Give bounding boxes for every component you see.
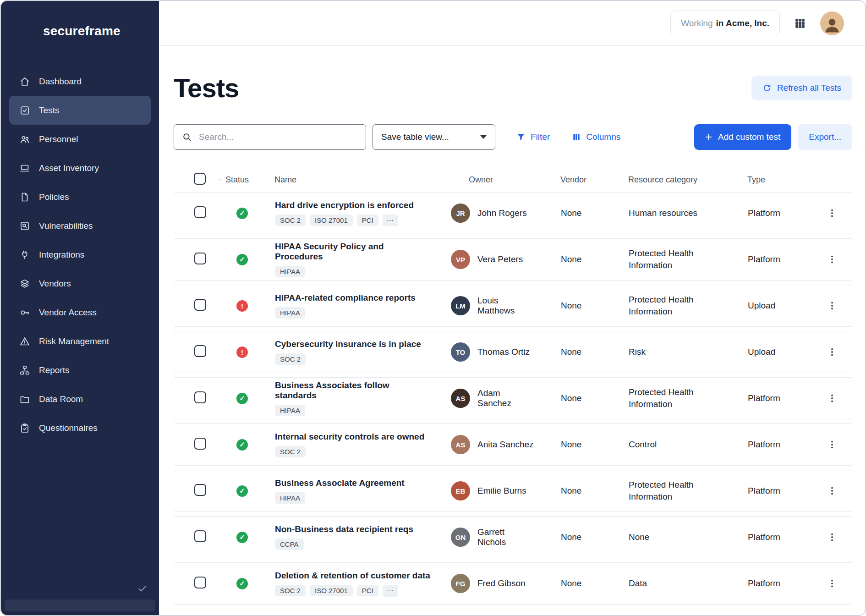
- vendor-cell: None: [535, 347, 604, 357]
- row-menu-button[interactable]: [809, 424, 855, 465]
- row-menu-button[interactable]: [809, 331, 855, 373]
- search-input[interactable]: [174, 124, 366, 150]
- save-table-view-label: Save table view...: [381, 132, 449, 142]
- sort-icon[interactable]: [219, 175, 221, 184]
- test-name[interactable]: HIPAA-related compliance reports: [275, 293, 433, 303]
- sidebar-item-dashboard[interactable]: Dashboard: [9, 67, 151, 96]
- owner-avatar: GN: [451, 528, 470, 547]
- resource-category-cell: Protected Health Information: [604, 294, 724, 317]
- status-icon: [236, 254, 248, 265]
- sidebar-item-integrations[interactable]: Integrations: [9, 240, 151, 269]
- test-name[interactable]: Cybersecurity insurance is in place: [275, 339, 433, 349]
- status-icon: [236, 439, 248, 451]
- vendor-cell: None: [535, 393, 604, 403]
- title-row: Tests Refresh all Tests: [174, 72, 852, 103]
- row-checkbox[interactable]: [194, 206, 206, 218]
- test-name[interactable]: Hard drive encryption is enforced: [275, 200, 433, 210]
- plug-icon: [19, 249, 30, 260]
- resource-category-cell: Data: [604, 578, 724, 589]
- framework-badge: PCI: [357, 214, 378, 226]
- sidebar-item-vulnerabilities[interactable]: Vulnerabilities: [9, 211, 151, 240]
- test-name[interactable]: Internal security controls are owned: [275, 432, 433, 442]
- sidebar-item-reports[interactable]: Reports: [9, 356, 151, 385]
- user-avatar[interactable]: [820, 11, 844, 35]
- resource-category-cell: None: [604, 531, 724, 543]
- row-menu-button[interactable]: [809, 192, 855, 234]
- test-name[interactable]: HIPAA Security Policy and Procedures: [275, 242, 433, 262]
- row-menu-button[interactable]: [809, 378, 855, 419]
- owner-name: Adam Sanchez: [477, 388, 535, 408]
- sidebar-item-label: Questionnaires: [39, 423, 98, 433]
- table-row: Cybersecurity insurance is in place SOC …: [174, 331, 852, 373]
- refresh-all-tests-button[interactable]: Refresh all Tests: [751, 76, 852, 100]
- sidebar-item-risk-management[interactable]: Risk Management: [9, 327, 151, 356]
- header-vendor: Vendor: [535, 175, 603, 185]
- row-checkbox[interactable]: [194, 484, 206, 496]
- framework-badge: HIPAA: [275, 492, 305, 504]
- vendor-cell: None: [535, 208, 604, 218]
- sidebar-item-data-room[interactable]: Data Room: [9, 385, 151, 413]
- row-checkbox[interactable]: [194, 391, 206, 403]
- more-badges-icon[interactable]: ⋯: [383, 214, 398, 226]
- sidebar-item-tests[interactable]: Tests: [9, 96, 151, 125]
- test-name[interactable]: Business Associates follow standards: [275, 380, 433, 401]
- row-menu-button[interactable]: [809, 285, 855, 326]
- row-checkbox[interactable]: [194, 577, 206, 588]
- owner-name: Garrett Nichols: [477, 527, 535, 547]
- row-checkbox[interactable]: [194, 345, 206, 357]
- kebab-menu-icon: [827, 301, 837, 311]
- sidebar-item-label: Personnel: [39, 134, 78, 144]
- columns-icon: [572, 132, 581, 142]
- owner-avatar: TO: [451, 342, 470, 362]
- org-switcher[interactable]: Working in Acme, Inc.: [670, 11, 780, 36]
- resource-category-cell: Control: [604, 439, 724, 451]
- framework-badges: SOC 2ISO 27001PCI ⋯: [275, 214, 433, 226]
- resource-category-cell: Protected Health Information: [604, 386, 724, 410]
- filter-button[interactable]: Filter: [516, 132, 550, 142]
- row-menu-button[interactable]: [809, 517, 855, 558]
- row-menu-button[interactable]: [809, 563, 855, 604]
- row-checkbox[interactable]: [194, 438, 206, 450]
- check-square-icon: [19, 105, 30, 116]
- row-checkbox[interactable]: [194, 530, 206, 542]
- sidebar-item-asset-inventory[interactable]: Asset Inventory: [9, 154, 151, 182]
- export-button[interactable]: Export...: [798, 124, 852, 150]
- owner-initials: EB: [456, 487, 466, 495]
- sidebar-item-label: Tests: [39, 105, 59, 116]
- type-cell: Upload: [724, 347, 809, 357]
- save-table-view-select[interactable]: Save table view...: [373, 124, 495, 150]
- sidebar-item-vendors[interactable]: Vendors: [9, 269, 151, 298]
- test-name[interactable]: Business Associate Agreement: [275, 478, 433, 488]
- owner-avatar: VP: [451, 250, 470, 269]
- folder-icon: [19, 394, 30, 405]
- sidebar-item-label: Asset Inventory: [39, 163, 99, 173]
- columns-button[interactable]: Columns: [572, 132, 620, 142]
- row-menu-button[interactable]: [809, 239, 855, 280]
- apps-grid-icon[interactable]: [794, 17, 806, 30]
- select-all-checkbox[interactable]: [194, 173, 206, 185]
- more-badges-icon[interactable]: ⋯: [383, 585, 398, 597]
- test-name[interactable]: Deletion & retention of customer data: [275, 571, 433, 581]
- owner-avatar: AS: [451, 389, 470, 408]
- add-custom-test-button[interactable]: + Add custom test: [694, 124, 791, 150]
- row-checkbox[interactable]: [194, 253, 206, 264]
- row-checkbox[interactable]: [194, 299, 206, 311]
- sidebar-item-vendor-access[interactable]: Vendor Access: [9, 298, 151, 327]
- vendor-cell: None: [535, 440, 604, 450]
- framework-badge: ISO 27001: [310, 214, 353, 226]
- brand-logo: secureframe: [1, 1, 159, 40]
- owner-initials: AS: [456, 395, 466, 402]
- sidebar-item-policies[interactable]: Policies: [9, 182, 151, 211]
- check-icon[interactable]: [137, 583, 148, 594]
- sidebar-item-personnel[interactable]: Personnel: [9, 125, 151, 154]
- framework-badge: PCI: [357, 585, 378, 596]
- row-menu-button[interactable]: [809, 470, 855, 512]
- test-name[interactable]: Non-Business data recipient reqs: [275, 524, 433, 534]
- owner-initials: FG: [456, 580, 466, 588]
- status-icon: [236, 300, 248, 312]
- header-resource-category: Resource category: [603, 175, 723, 185]
- kebab-menu-icon: [827, 393, 837, 403]
- status-icon: [236, 346, 248, 358]
- kebab-menu-icon: [827, 208, 837, 218]
- sidebar-item-questionnaires[interactable]: Questionnaires: [9, 413, 151, 442]
